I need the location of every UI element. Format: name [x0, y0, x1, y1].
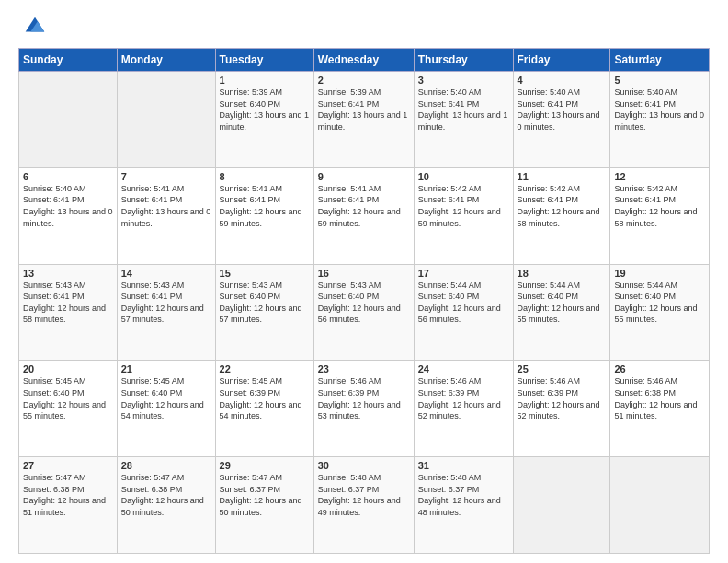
day-number: 16 — [318, 268, 410, 279]
day-info: Sunrise: 5:40 AM Sunset: 6:41 PM Dayligh… — [23, 183, 113, 229]
day-cell: 9Sunrise: 5:41 AM Sunset: 6:41 PM Daylig… — [313, 167, 414, 264]
day-info: Sunrise: 5:48 AM Sunset: 6:37 PM Dayligh… — [418, 472, 509, 518]
header-cell-monday: Monday — [117, 49, 215, 72]
day-info: Sunrise: 5:46 AM Sunset: 6:39 PM Dayligh… — [418, 375, 509, 421]
day-info: Sunrise: 5:40 AM Sunset: 6:41 PM Dayligh… — [614, 86, 705, 132]
day-cell: 31Sunrise: 5:48 AM Sunset: 6:37 PM Dayli… — [414, 457, 513, 554]
header-cell-wednesday: Wednesday — [313, 49, 414, 72]
day-info: Sunrise: 5:44 AM Sunset: 6:40 PM Dayligh… — [518, 280, 607, 326]
day-number: 12 — [614, 171, 705, 182]
week-row-2: 6Sunrise: 5:40 AM Sunset: 6:41 PM Daylig… — [19, 167, 710, 264]
day-cell: 19Sunrise: 5:44 AM Sunset: 6:40 PM Dayli… — [610, 264, 710, 361]
day-cell: 18Sunrise: 5:44 AM Sunset: 6:40 PM Dayli… — [513, 264, 610, 361]
day-info: Sunrise: 5:40 AM Sunset: 6:41 PM Dayligh… — [518, 86, 607, 132]
day-cell: 1Sunrise: 5:39 AM Sunset: 6:40 PM Daylig… — [215, 72, 313, 168]
header-cell-sunday: Sunday — [19, 49, 118, 72]
day-info: Sunrise: 5:46 AM Sunset: 6:39 PM Dayligh… — [518, 375, 607, 421]
day-number: 4 — [518, 75, 607, 86]
day-cell: 16Sunrise: 5:43 AM Sunset: 6:40 PM Dayli… — [313, 264, 414, 361]
day-cell: 30Sunrise: 5:48 AM Sunset: 6:37 PM Dayli… — [313, 457, 414, 554]
day-number: 11 — [518, 171, 607, 182]
day-info: Sunrise: 5:43 AM Sunset: 6:40 PM Dayligh… — [220, 280, 310, 326]
day-info: Sunrise: 5:41 AM Sunset: 6:41 PM Dayligh… — [220, 183, 310, 229]
day-cell — [117, 72, 215, 168]
day-cell: 20Sunrise: 5:45 AM Sunset: 6:40 PM Dayli… — [19, 361, 118, 457]
day-info: Sunrise: 5:42 AM Sunset: 6:41 PM Dayligh… — [418, 183, 509, 229]
day-number: 14 — [121, 268, 211, 279]
day-number: 21 — [121, 363, 211, 374]
calendar-body: 1Sunrise: 5:39 AM Sunset: 6:40 PM Daylig… — [19, 72, 710, 554]
day-cell: 11Sunrise: 5:42 AM Sunset: 6:41 PM Dayli… — [513, 167, 610, 264]
day-number: 17 — [418, 268, 509, 279]
day-info: Sunrise: 5:43 AM Sunset: 6:40 PM Dayligh… — [318, 280, 410, 326]
header — [18, 17, 710, 39]
week-row-1: 1Sunrise: 5:39 AM Sunset: 6:40 PM Daylig… — [19, 72, 710, 168]
day-cell: 26Sunrise: 5:46 AM Sunset: 6:38 PM Dayli… — [610, 361, 710, 457]
day-number: 25 — [518, 363, 607, 374]
day-info: Sunrise: 5:46 AM Sunset: 6:38 PM Dayligh… — [614, 375, 705, 421]
day-cell: 2Sunrise: 5:39 AM Sunset: 6:41 PM Daylig… — [313, 72, 414, 168]
day-cell: 10Sunrise: 5:42 AM Sunset: 6:41 PM Dayli… — [414, 167, 513, 264]
day-info: Sunrise: 5:44 AM Sunset: 6:40 PM Dayligh… — [418, 280, 509, 326]
calendar-header: SundayMondayTuesdayWednesdayThursdayFrid… — [19, 49, 710, 72]
day-number: 2 — [318, 75, 410, 86]
day-number: 29 — [220, 460, 310, 471]
day-info: Sunrise: 5:44 AM Sunset: 6:40 PM Dayligh… — [614, 280, 705, 326]
day-number: 20 — [23, 363, 113, 374]
day-number: 19 — [614, 268, 705, 279]
day-cell: 12Sunrise: 5:42 AM Sunset: 6:41 PM Dayli… — [610, 167, 710, 264]
day-number: 23 — [318, 363, 410, 374]
header-cell-tuesday: Tuesday — [215, 49, 313, 72]
day-cell: 14Sunrise: 5:43 AM Sunset: 6:41 PM Dayli… — [117, 264, 215, 361]
day-info: Sunrise: 5:42 AM Sunset: 6:41 PM Dayligh… — [614, 183, 705, 229]
day-cell: 7Sunrise: 5:41 AM Sunset: 6:41 PM Daylig… — [117, 167, 215, 264]
day-info: Sunrise: 5:46 AM Sunset: 6:39 PM Dayligh… — [318, 375, 410, 421]
day-info: Sunrise: 5:41 AM Sunset: 6:41 PM Dayligh… — [121, 183, 211, 229]
day-info: Sunrise: 5:42 AM Sunset: 6:41 PM Dayligh… — [518, 183, 607, 229]
day-cell — [610, 457, 710, 554]
day-number: 27 — [23, 460, 113, 471]
day-number: 5 — [614, 75, 705, 86]
header-cell-saturday: Saturday — [610, 49, 710, 72]
day-number: 6 — [23, 171, 113, 182]
day-cell: 28Sunrise: 5:47 AM Sunset: 6:38 PM Dayli… — [117, 457, 215, 554]
day-cell: 4Sunrise: 5:40 AM Sunset: 6:41 PM Daylig… — [513, 72, 610, 168]
day-number: 8 — [220, 171, 310, 182]
day-cell: 25Sunrise: 5:46 AM Sunset: 6:39 PM Dayli… — [513, 361, 610, 457]
day-number: 22 — [220, 363, 310, 374]
day-cell: 3Sunrise: 5:40 AM Sunset: 6:41 PM Daylig… — [414, 72, 513, 168]
day-cell: 27Sunrise: 5:47 AM Sunset: 6:38 PM Dayli… — [19, 457, 118, 554]
day-number: 28 — [121, 460, 211, 471]
header-row: SundayMondayTuesdayWednesdayThursdayFrid… — [19, 49, 710, 72]
header-cell-friday: Friday — [513, 49, 610, 72]
day-info: Sunrise: 5:47 AM Sunset: 6:38 PM Dayligh… — [121, 472, 211, 518]
day-cell — [513, 457, 610, 554]
day-info: Sunrise: 5:45 AM Sunset: 6:39 PM Dayligh… — [220, 375, 310, 421]
day-number: 3 — [418, 75, 509, 86]
day-number: 24 — [418, 363, 509, 374]
day-cell: 6Sunrise: 5:40 AM Sunset: 6:41 PM Daylig… — [19, 167, 118, 264]
day-cell: 22Sunrise: 5:45 AM Sunset: 6:39 PM Dayli… — [215, 361, 313, 457]
day-info: Sunrise: 5:40 AM Sunset: 6:41 PM Dayligh… — [418, 86, 509, 132]
day-cell: 5Sunrise: 5:40 AM Sunset: 6:41 PM Daylig… — [610, 72, 710, 168]
day-info: Sunrise: 5:47 AM Sunset: 6:38 PM Dayligh… — [23, 472, 113, 518]
week-row-4: 20Sunrise: 5:45 AM Sunset: 6:40 PM Dayli… — [19, 361, 710, 457]
day-cell: 15Sunrise: 5:43 AM Sunset: 6:40 PM Dayli… — [215, 264, 313, 361]
day-number: 30 — [318, 460, 410, 471]
day-info: Sunrise: 5:48 AM Sunset: 6:37 PM Dayligh… — [318, 472, 410, 518]
day-number: 15 — [220, 268, 310, 279]
day-info: Sunrise: 5:43 AM Sunset: 6:41 PM Dayligh… — [121, 280, 211, 326]
logo-icon — [22, 13, 48, 39]
day-cell: 17Sunrise: 5:44 AM Sunset: 6:40 PM Dayli… — [414, 264, 513, 361]
day-info: Sunrise: 5:45 AM Sunset: 6:40 PM Dayligh… — [121, 375, 211, 421]
day-number: 18 — [518, 268, 607, 279]
day-number: 7 — [121, 171, 211, 182]
calendar-table: SundayMondayTuesdayWednesdayThursdayFrid… — [18, 48, 710, 554]
day-number: 1 — [220, 75, 310, 86]
day-cell: 13Sunrise: 5:43 AM Sunset: 6:41 PM Dayli… — [19, 264, 118, 361]
week-row-5: 27Sunrise: 5:47 AM Sunset: 6:38 PM Dayli… — [19, 457, 710, 554]
day-number: 13 — [23, 268, 113, 279]
day-info: Sunrise: 5:45 AM Sunset: 6:40 PM Dayligh… — [23, 375, 113, 421]
day-cell: 29Sunrise: 5:47 AM Sunset: 6:37 PM Dayli… — [215, 457, 313, 554]
day-number: 10 — [418, 171, 509, 182]
